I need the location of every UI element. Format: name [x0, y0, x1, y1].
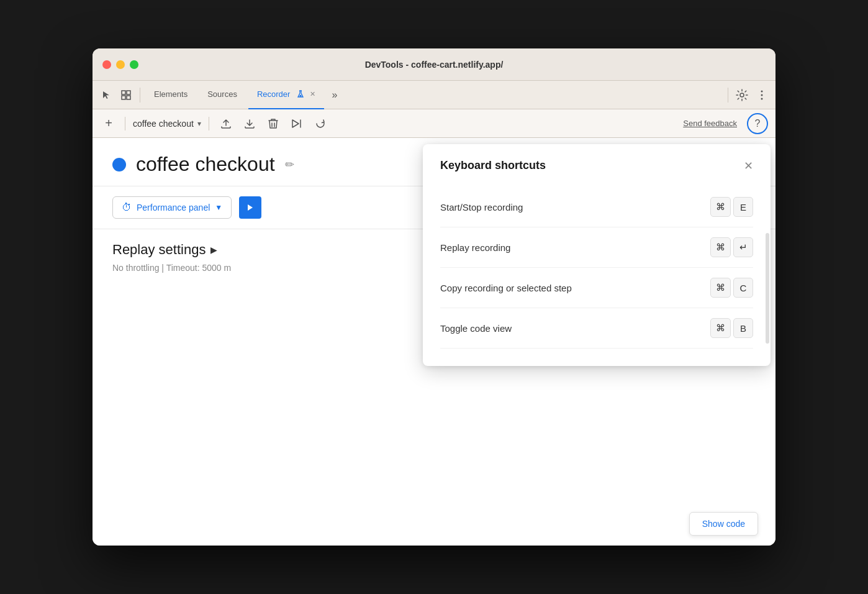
kbd-cmd-3: ⌘ — [710, 278, 731, 298]
kbd-enter: ↵ — [733, 237, 753, 257]
recording-name-selector[interactable]: coffee checkout ▾ — [133, 119, 201, 129]
main-content: coffee checkout ✏ ⏱ Performance panel ▼ … — [93, 138, 775, 546]
performance-icon: ⏱ — [122, 202, 132, 213]
shortcut-label-start-stop: Start/Stop recording — [440, 202, 523, 212]
send-feedback-link[interactable]: Send feedback — [683, 119, 737, 128]
shortcut-keys-start-stop: ⌘ E — [710, 197, 753, 217]
svg-rect-2 — [122, 96, 125, 99]
popup-close-button[interactable]: ✕ — [744, 160, 753, 171]
rec-divider-1 — [125, 117, 125, 130]
svg-point-4 — [300, 94, 302, 96]
shortcut-row-replay: Replay recording ⌘ ↵ — [440, 227, 753, 268]
kbd-cmd-4: ⌘ — [710, 318, 731, 338]
shortcut-row-start-stop: Start/Stop recording ⌘ E — [440, 187, 753, 227]
devtools-toolbar: Elements Sources Recorder ✕ » — [93, 81, 775, 109]
recorder-toolbar: + coffee checkout ▾ — [93, 109, 775, 138]
shortcut-keys-copy: ⌘ C — [710, 278, 753, 298]
download-recording-button[interactable] — [240, 114, 259, 133]
shortcut-label-toggle: Toggle code view — [440, 323, 512, 334]
kbd-cmd-2: ⌘ — [710, 237, 731, 257]
tab-recorder[interactable]: Recorder ✕ — [248, 81, 324, 109]
traffic-lights — [102, 60, 138, 69]
svg-point-7 — [761, 94, 763, 96]
upload-recording-button[interactable] — [217, 114, 235, 133]
start-replay-button[interactable] — [239, 196, 261, 219]
close-button[interactable] — [102, 60, 111, 69]
add-recording-button[interactable]: + — [100, 115, 117, 132]
divider-2 — [728, 88, 728, 103]
kbd-cmd-1: ⌘ — [710, 197, 731, 217]
settings-icon[interactable] — [733, 86, 751, 104]
edit-recording-name-icon[interactable]: ✏ — [285, 158, 294, 171]
shortcut-row-toggle: Toggle code view ⌘ B — [440, 308, 753, 349]
devtools-window: DevTools - coffee-cart.netlify.app/ Elem… — [93, 48, 775, 546]
tab-sources[interactable]: Sources — [199, 81, 246, 109]
svg-rect-0 — [122, 91, 125, 94]
divider-1 — [140, 88, 140, 103]
performance-chevron-icon: ▼ — [215, 203, 222, 212]
svg-point-8 — [761, 98, 763, 99]
show-code-button[interactable]: Show code — [689, 512, 758, 536]
title-bar: DevTools - coffee-cart.netlify.app/ — [93, 48, 775, 81]
popup-title: Keyboard shortcuts — [440, 159, 546, 172]
keyboard-shortcuts-popup: Keyboard shortcuts ✕ Start/Stop recordin… — [423, 144, 771, 366]
more-tabs-icon[interactable]: » — [327, 89, 342, 101]
recording-name-chevron: ▾ — [197, 119, 201, 128]
shortcut-label-copy: Copy recording or selected step — [440, 283, 572, 293]
replay-settings-arrow-icon: ▶ — [210, 245, 217, 255]
shortcut-label-replay: Replay recording — [440, 242, 510, 253]
shortcut-keys-replay: ⌘ ↵ — [710, 237, 753, 257]
kbd-c: C — [733, 278, 753, 298]
show-code-area: Show code — [689, 512, 758, 536]
more-options-icon[interactable] — [753, 86, 771, 104]
cursor-icon[interactable] — [97, 86, 115, 104]
help-button[interactable]: ? — [747, 113, 768, 134]
svg-point-6 — [761, 90, 763, 92]
maximize-button[interactable] — [130, 60, 138, 69]
window-title: DevTools - coffee-cart.netlify.app/ — [365, 60, 504, 70]
replay-recording-button[interactable] — [287, 114, 306, 133]
tab-elements[interactable]: Elements — [145, 81, 196, 109]
svg-rect-3 — [127, 96, 130, 99]
shortcut-row-copy: Copy recording or selected step ⌘ C — [440, 268, 753, 308]
performance-panel-button[interactable]: ⏱ Performance panel ▼ — [112, 196, 232, 219]
recording-title: coffee checkout — [136, 153, 275, 176]
svg-rect-1 — [127, 91, 130, 94]
kbd-e: E — [733, 197, 753, 217]
kbd-b: B — [733, 318, 753, 338]
recorder-flask-icon — [296, 90, 305, 99]
shortcut-keys-toggle: ⌘ B — [710, 318, 753, 338]
svg-point-5 — [740, 93, 744, 97]
rec-divider-2 — [209, 117, 209, 130]
inspect-icon[interactable] — [117, 86, 135, 104]
tab-recorder-close[interactable]: ✕ — [310, 90, 315, 98]
scrollbar-track — [766, 233, 769, 344]
rerecord-button[interactable] — [311, 114, 330, 133]
popup-header: Keyboard shortcuts ✕ — [440, 159, 753, 172]
delete-recording-button[interactable] — [264, 114, 283, 133]
recording-status-dot — [112, 158, 126, 171]
minimize-button[interactable] — [116, 60, 125, 69]
